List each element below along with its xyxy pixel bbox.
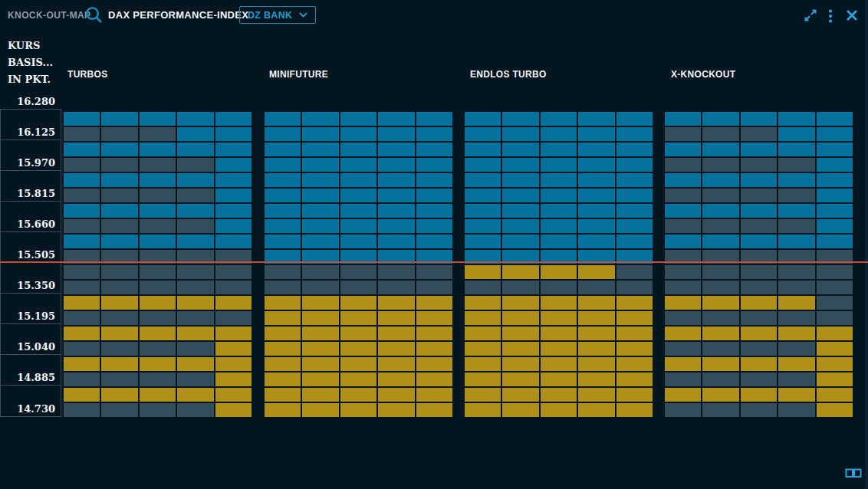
heatmap-cell[interactable]	[740, 341, 778, 356]
heatmap-cell[interactable]	[540, 310, 577, 326]
heatmap-cell[interactable]	[340, 326, 377, 341]
heatmap-cell[interactable]	[778, 372, 815, 387]
heatmap-cell[interactable]	[816, 310, 853, 326]
heatmap-cell[interactable]	[778, 280, 815, 295]
heatmap-cell[interactable]	[501, 402, 539, 418]
heatmap-cell[interactable]	[577, 234, 615, 249]
heatmap-cell[interactable]	[577, 172, 615, 188]
heatmap-cell[interactable]	[139, 326, 176, 341]
heatmap-cell[interactable]	[577, 126, 615, 142]
heatmap-cell[interactable]	[301, 402, 339, 418]
heatmap-cell[interactable]	[616, 218, 653, 234]
heatmap-cell[interactable]	[377, 356, 415, 372]
heatmap-cell[interactable]	[464, 203, 501, 218]
heatmap-cell[interactable]	[100, 157, 138, 172]
heatmap-cell[interactable]	[215, 326, 252, 341]
heatmap-cell[interactable]	[340, 356, 377, 372]
heatmap-cell[interactable]	[740, 126, 778, 142]
heatmap-cell[interactable]	[176, 264, 214, 280]
heatmap-cell[interactable]	[100, 402, 138, 418]
heatmap-cell[interactable]	[464, 372, 501, 387]
heatmap-cell[interactable]	[301, 341, 339, 356]
heatmap-cell[interactable]	[778, 172, 815, 188]
heatmap-cell[interactable]	[176, 142, 214, 157]
heatmap-cell[interactable]	[139, 142, 176, 157]
heatmap-cell[interactable]	[616, 157, 653, 172]
heatmap-cell[interactable]	[778, 356, 815, 372]
heatmap-cell[interactable]	[816, 126, 853, 142]
heatmap-cell[interactable]	[740, 172, 778, 188]
heatmap-cell[interactable]	[740, 203, 778, 218]
heatmap-cell[interactable]	[264, 142, 301, 157]
heatmap-cell[interactable]	[215, 188, 252, 203]
heatmap-cell[interactable]	[464, 157, 501, 172]
heatmap-cell[interactable]	[464, 402, 501, 418]
heatmap-cell[interactable]	[464, 356, 501, 372]
heatmap-cell[interactable]	[63, 157, 100, 172]
heatmap-cell[interactable]	[377, 111, 415, 126]
heatmap-cell[interactable]	[702, 111, 739, 126]
heatmap-cell[interactable]	[577, 295, 615, 310]
heatmap-cell[interactable]	[616, 326, 653, 341]
heatmap-cell[interactable]	[264, 402, 301, 418]
heatmap-cell[interactable]	[416, 234, 453, 249]
heatmap-cell[interactable]	[139, 280, 176, 295]
heatmap-cell[interactable]	[740, 326, 778, 341]
kebab-menu-icon[interactable]	[828, 9, 833, 23]
heatmap-cell[interactable]	[740, 280, 778, 295]
heatmap-cell[interactable]	[778, 295, 815, 310]
heatmap-cell[interactable]	[702, 372, 739, 387]
heatmap-cell[interactable]	[416, 188, 453, 203]
heatmap-cell[interactable]	[778, 264, 815, 280]
heatmap-cell[interactable]	[616, 372, 653, 387]
heatmap-cell[interactable]	[63, 203, 100, 218]
heatmap-cell[interactable]	[215, 234, 252, 249]
heatmap-cell[interactable]	[215, 203, 252, 218]
heatmap-cell[interactable]	[63, 234, 100, 249]
heatmap-cell[interactable]	[416, 372, 453, 387]
heatmap-cell[interactable]	[616, 111, 653, 126]
heatmap-cell[interactable]	[63, 402, 100, 418]
heatmap-cell[interactable]	[664, 157, 702, 172]
heatmap-cell[interactable]	[176, 126, 214, 142]
heatmap-cell[interactable]	[416, 172, 453, 188]
heatmap-cell[interactable]	[702, 310, 739, 326]
heatmap-cell[interactable]	[540, 111, 577, 126]
heatmap-cell[interactable]	[501, 111, 539, 126]
heatmap-cell[interactable]	[740, 356, 778, 372]
heatmap-cell[interactable]	[301, 372, 339, 387]
heatmap-cell[interactable]	[816, 111, 853, 126]
heatmap-cell[interactable]	[139, 111, 176, 126]
heatmap-cell[interactable]	[577, 356, 615, 372]
heatmap-cell[interactable]	[215, 157, 252, 172]
heatmap-cell[interactable]	[501, 310, 539, 326]
heatmap-cell[interactable]	[664, 326, 702, 341]
heatmap-cell[interactable]	[702, 295, 739, 310]
heatmap-cell[interactable]	[616, 172, 653, 188]
heatmap-cell[interactable]	[664, 387, 702, 402]
heatmap-cell[interactable]	[377, 142, 415, 157]
heatmap-cell[interactable]	[377, 203, 415, 218]
heatmap-cell[interactable]	[501, 188, 539, 203]
heatmap-cell[interactable]	[139, 341, 176, 356]
heatmap-cell[interactable]	[416, 341, 453, 356]
heatmap-cell[interactable]	[176, 402, 214, 418]
heatmap-cell[interactable]	[664, 280, 702, 295]
heatmap-cell[interactable]	[464, 295, 501, 310]
heatmap-cell[interactable]	[416, 387, 453, 402]
heatmap-cell[interactable]	[501, 372, 539, 387]
heatmap-cell[interactable]	[464, 341, 501, 356]
heatmap-cell[interactable]	[577, 372, 615, 387]
heatmap-cell[interactable]	[664, 341, 702, 356]
heatmap-cell[interactable]	[816, 356, 853, 372]
heatmap-cell[interactable]	[816, 264, 853, 280]
heatmap-cell[interactable]	[63, 172, 100, 188]
heatmap-cell[interactable]	[501, 203, 539, 218]
heatmap-cell[interactable]	[816, 326, 853, 341]
heatmap-cell[interactable]	[139, 172, 176, 188]
heatmap-cell[interactable]	[778, 234, 815, 249]
heatmap-cell[interactable]	[464, 172, 501, 188]
heatmap-cell[interactable]	[264, 356, 301, 372]
heatmap-cell[interactable]	[540, 356, 577, 372]
heatmap-cell[interactable]	[540, 341, 577, 356]
